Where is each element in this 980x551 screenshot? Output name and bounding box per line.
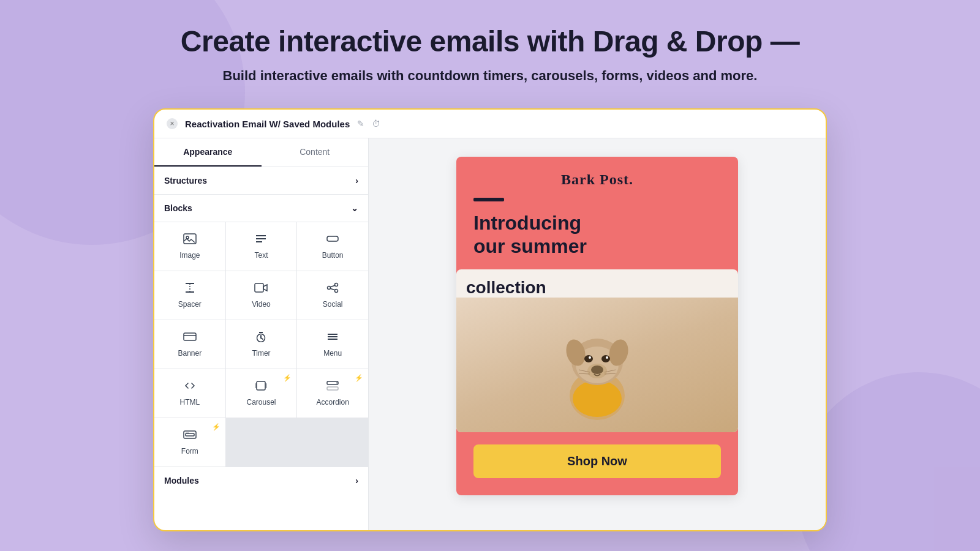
block-icon-menu xyxy=(326,331,339,345)
email-body: Introducing our summer xyxy=(456,198,738,276)
block-icon-social xyxy=(326,282,339,296)
block-label-html: HTML xyxy=(179,398,200,407)
block-item-text[interactable]: Text xyxy=(226,222,297,271)
main-subheadline: Build interactive emails with countdown … xyxy=(223,68,758,84)
blocks-grid: ImageTextButtonSpacerVideoSocialBannerTi… xyxy=(154,222,368,467)
block-item-social[interactable]: Social xyxy=(297,271,368,320)
svg-point-37 xyxy=(584,355,593,362)
history-icon[interactable]: ⏱ xyxy=(372,119,380,129)
lightning-badge-form: ⚡ xyxy=(212,423,221,431)
edit-icon[interactable]: ✎ xyxy=(357,119,364,129)
svg-line-14 xyxy=(330,288,335,290)
block-item-form[interactable]: ⚡Form xyxy=(154,418,225,467)
block-icon-html xyxy=(183,380,197,394)
block-label-timer: Timer xyxy=(252,349,270,358)
block-label-image: Image xyxy=(179,251,200,260)
blocks-header[interactable]: Blocks ⌄ xyxy=(154,195,368,222)
main-headline: Create interactive emails with Drag & Dr… xyxy=(181,24,799,58)
svg-point-42 xyxy=(587,364,607,378)
svg-point-10 xyxy=(335,283,338,287)
block-icon-spacer xyxy=(183,282,197,296)
svg-point-32 xyxy=(573,380,622,417)
block-label-social: Social xyxy=(323,300,343,309)
block-label-text: Text xyxy=(254,251,268,260)
email-intro-line1: Introducing our summer xyxy=(473,211,721,258)
structures-chevron: › xyxy=(355,176,358,186)
svg-rect-29 xyxy=(186,433,194,436)
email-card: collection xyxy=(456,269,738,432)
page-content: Create interactive emails with Drag & Dr… xyxy=(49,24,931,531)
block-item-video[interactable]: Video xyxy=(226,271,297,320)
lightning-badge-carousel: ⚡ xyxy=(283,374,292,382)
svg-rect-5 xyxy=(327,236,338,241)
modules-chevron: › xyxy=(355,476,358,485)
right-panel: Bark Post. Introducing our summer collec… xyxy=(369,138,826,530)
svg-rect-23 xyxy=(255,383,257,388)
email-divider xyxy=(473,198,504,201)
lightning-badge-accordion: ⚡ xyxy=(355,374,363,382)
block-item-html[interactable]: HTML xyxy=(154,369,225,418)
dog-illustration xyxy=(554,304,640,426)
left-panel: Appearance Content Structures › Blocks ⌄ xyxy=(154,138,369,530)
close-button[interactable]: × xyxy=(167,118,178,129)
email-cta: Shop Now xyxy=(456,432,738,495)
block-label-form: Form xyxy=(181,447,198,455)
svg-line-13 xyxy=(330,285,335,287)
structures-header[interactable]: Structures › xyxy=(154,167,368,195)
block-item-menu[interactable]: Menu xyxy=(297,320,368,369)
email-card-text: collection xyxy=(456,269,738,298)
block-icon-button xyxy=(326,233,339,247)
app-window: × Reactivation Email W/ Saved Modules ✎ … xyxy=(153,108,827,531)
block-icon-accordion xyxy=(326,380,339,394)
block-icon-image xyxy=(183,233,197,247)
email-preview: Bark Post. Introducing our summer collec… xyxy=(456,157,738,495)
modules-header[interactable]: Modules › xyxy=(154,467,368,494)
svg-rect-15 xyxy=(184,333,196,340)
tab-content[interactable]: Content xyxy=(262,138,369,167)
svg-rect-24 xyxy=(265,383,267,388)
block-item-image[interactable]: Image xyxy=(154,222,225,271)
block-icon-carousel xyxy=(254,380,268,394)
block-label-accordion: Accordion xyxy=(316,398,349,407)
block-label-banner: Banner xyxy=(178,349,202,358)
block-icon-text xyxy=(254,233,268,247)
svg-rect-26 xyxy=(327,387,338,390)
block-item-accordion[interactable]: ⚡Accordion xyxy=(297,369,368,418)
svg-rect-30 xyxy=(186,433,189,434)
block-icon-video xyxy=(254,282,268,296)
panel-tabs: Appearance Content xyxy=(154,138,368,167)
block-item-button[interactable]: Button xyxy=(297,222,368,271)
svg-point-40 xyxy=(606,356,608,359)
block-label-button: Button xyxy=(322,251,344,260)
dog-image xyxy=(456,298,738,432)
email-header: Bark Post. xyxy=(456,157,738,198)
blocks-chevron: ⌄ xyxy=(351,203,358,213)
titlebar: × Reactivation Email W/ Saved Modules ✎ … xyxy=(154,110,826,138)
svg-point-38 xyxy=(589,356,591,359)
tab-appearance[interactable]: Appearance xyxy=(154,138,262,167)
email-brand: Bark Post. xyxy=(473,171,721,188)
block-item-banner[interactable]: Banner xyxy=(154,320,225,369)
block-label-carousel: Carousel xyxy=(246,398,276,407)
block-label-spacer: Spacer xyxy=(178,300,202,309)
svg-rect-9 xyxy=(255,283,263,292)
block-item-carousel[interactable]: ⚡Carousel xyxy=(226,369,297,418)
svg-point-11 xyxy=(335,290,338,293)
block-item-spacer[interactable]: Spacer xyxy=(154,271,225,320)
block-item-timer[interactable]: Timer xyxy=(226,320,297,369)
svg-rect-22 xyxy=(257,381,265,390)
svg-point-39 xyxy=(601,355,610,362)
svg-point-12 xyxy=(328,287,331,290)
cta-button[interactable]: Shop Now xyxy=(473,444,721,478)
app-body: Appearance Content Structures › Blocks ⌄ xyxy=(154,138,826,530)
block-label-menu: Menu xyxy=(323,349,342,358)
block-icon-banner xyxy=(183,331,197,345)
block-icon-timer xyxy=(254,331,268,345)
block-label-video: Video xyxy=(252,300,270,309)
window-title: Reactivation Email W/ Saved Modules xyxy=(185,119,350,129)
block-icon-form xyxy=(183,429,197,443)
